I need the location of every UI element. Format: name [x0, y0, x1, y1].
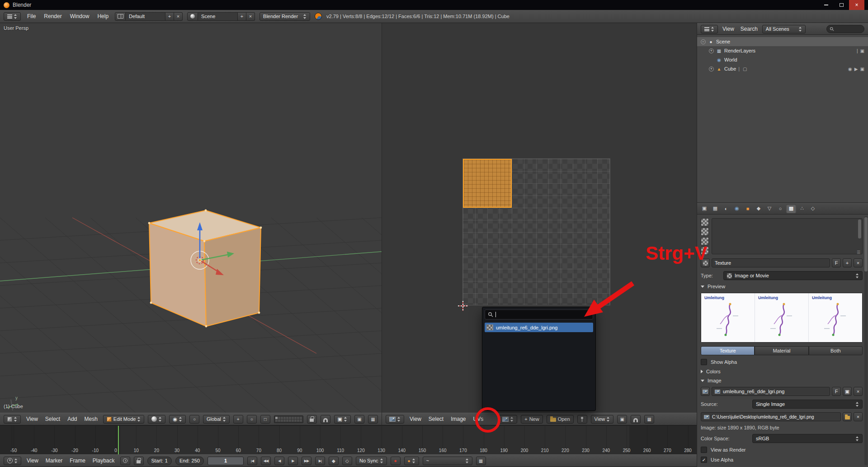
keying-set-field[interactable]: ~	[423, 457, 472, 465]
jump-to-start-button[interactable]: |◀	[247, 457, 257, 465]
layout-delete-button[interactable]: ×	[174, 12, 183, 21]
fake-user-button[interactable]: F	[832, 258, 841, 267]
image-browse-button[interactable]	[701, 387, 710, 396]
keying-set-icon[interactable]: ◆	[329, 457, 339, 465]
preview-material-button[interactable]: Material	[755, 346, 808, 355]
expand-icon[interactable]: +	[709, 48, 714, 53]
jump-prev-keyframe-button[interactable]: ◀◀	[261, 457, 271, 465]
outliner-item-cube[interactable]: + ▲ Cube | ▢ ◉ ▶ ▣	[697, 64, 868, 73]
lock-icon[interactable]	[307, 415, 317, 424]
resize-grip[interactable]: ☰	[857, 250, 861, 255]
maximize-button[interactable]	[834, 0, 849, 10]
menu-marker[interactable]: Marker	[44, 457, 64, 465]
current-frame-indicator[interactable]	[118, 426, 119, 454]
layers-widget[interactable]	[274, 415, 303, 423]
colors-panel-header[interactable]: Colors	[701, 369, 863, 374]
menu-image[interactable]: Image	[449, 415, 467, 423]
editor-type-button[interactable]	[4, 457, 21, 465]
use-alpha-checkbox[interactable]: ✓	[701, 457, 707, 463]
outliner-item-renderlayers[interactable]: + ▦ RenderLayers |▣	[697, 46, 868, 55]
scene-browse-button[interactable]	[187, 12, 198, 21]
editor-type-button[interactable]	[4, 415, 21, 424]
colorspace-select[interactable]: sRGB	[752, 434, 863, 443]
tab-particles-icon[interactable]: ∴	[797, 204, 807, 213]
unlink-texture-button[interactable]: ×	[854, 258, 863, 267]
tab-modifiers-icon[interactable]: ◆	[754, 204, 764, 213]
jump-next-keyframe-button[interactable]: ▶▶	[302, 457, 311, 465]
uv-face[interactable]	[463, 159, 512, 208]
preview-both-button[interactable]: Both	[809, 346, 863, 355]
pack-image-button[interactable]: ▣	[843, 387, 852, 396]
outliner-search-field[interactable]	[826, 25, 864, 33]
timeline-ruler[interactable]: -50-40-30-20-100102030405060708090100110…	[0, 425, 697, 454]
outliner-filter-select[interactable]: All Scenes	[762, 25, 806, 33]
image-new-button[interactable]: +New	[521, 415, 542, 424]
tab-scene-icon[interactable]: ◐	[721, 204, 731, 213]
close-button[interactable]: ×	[849, 0, 864, 10]
viewport-shading-select[interactable]	[148, 415, 165, 424]
scene-name-field[interactable]: Scene	[198, 12, 238, 21]
tab-object-icon[interactable]: ■	[743, 204, 753, 213]
image-name-field[interactable]: umleitung_re6_dde_lgri.png	[712, 387, 830, 396]
frame-end-field[interactable]: End: 250	[175, 457, 204, 465]
texture-slot-list[interactable]: ☰	[712, 218, 863, 254]
texture-type-select[interactable]: Image or Movie	[723, 271, 863, 280]
show-alpha-checkbox[interactable]	[701, 359, 707, 365]
texture-slot-icon[interactable]	[701, 237, 709, 245]
tab-texture-icon[interactable]: ▩	[786, 204, 796, 213]
tab-object-data-icon[interactable]: ▽	[764, 204, 774, 213]
proportional-edit-button[interactable]: ○	[189, 415, 199, 424]
scale-manipulator-icon[interactable]: □	[260, 415, 270, 424]
menu-window[interactable]: Window	[68, 12, 91, 20]
current-frame-field[interactable]: 1	[208, 457, 244, 465]
tab-render-icon[interactable]: ▣	[699, 204, 709, 213]
sync-mode-select[interactable]: No Sync	[356, 457, 387, 465]
menu-search[interactable]: Search	[739, 25, 760, 33]
source-select[interactable]: Single Image	[752, 400, 863, 409]
layout-browse-button[interactable]	[115, 12, 126, 21]
pivot-point-select[interactable]: ◉	[169, 415, 186, 424]
menu-playback[interactable]: Playback	[91, 457, 117, 465]
filepath-field[interactable]: C:\Users\julie\Desktop\umleitung_re6_dde…	[701, 412, 841, 421]
menu-uvs[interactable]: UVs	[472, 415, 486, 423]
unlink-image-button[interactable]: ×	[854, 387, 863, 396]
list-scrollbar[interactable]	[858, 219, 861, 238]
frame-start-field[interactable]: Start: 1	[147, 457, 172, 465]
render-anim-icon[interactable]: ▦	[368, 415, 378, 424]
uv-2d-cursor[interactable]	[458, 301, 468, 311]
renderability-camera-icon[interactable]: ▣	[860, 67, 864, 71]
timeline-extra-icon[interactable]: ▦	[476, 457, 486, 465]
texture-browse-button[interactable]	[701, 258, 710, 267]
translate-manipulator-icon[interactable]: +	[233, 415, 243, 424]
menu-render[interactable]: Render	[42, 12, 63, 20]
uv-sync-icon[interactable]: ▣	[617, 415, 627, 424]
preview-range-icon[interactable]	[120, 457, 130, 465]
layout-name-field[interactable]: Default	[126, 12, 165, 21]
tab-physics-icon[interactable]: ◇	[808, 204, 818, 213]
keyframe-insert-icon[interactable]: ◇	[342, 457, 352, 465]
file-browse-button[interactable]	[843, 412, 852, 421]
menu-view[interactable]: View	[721, 25, 736, 33]
menu-mesh[interactable]: Mesh	[83, 415, 99, 423]
viewport-3d[interactable]: y User Persp (1) Cube View Select Add Me…	[0, 23, 382, 425]
preview-panel-header[interactable]: Preview	[701, 284, 863, 289]
menu-select[interactable]: Select	[427, 415, 445, 423]
preview-texture-button[interactable]: Texture	[701, 346, 755, 355]
auto-keyframe-select[interactable]: ●	[404, 457, 419, 465]
layout-add-button[interactable]: +	[165, 12, 174, 21]
play-reverse-button[interactable]: ◀	[274, 457, 284, 465]
view-as-render-checkbox[interactable]	[701, 447, 707, 453]
texture-slot-icon[interactable]	[701, 228, 709, 236]
menu-frame[interactable]: Frame	[68, 457, 87, 465]
visibility-eye-icon[interactable]: ◉	[848, 67, 852, 71]
outliner-item-world[interactable]: ◉ World	[697, 55, 868, 64]
render-opengl-icon[interactable]: ▣	[354, 415, 364, 424]
snap-magnet-icon[interactable]	[321, 415, 330, 424]
collapse-icon[interactable]: −	[701, 39, 706, 44]
editor-type-button[interactable]	[386, 415, 404, 424]
uv-snap-icon[interactable]	[631, 415, 641, 424]
play-button[interactable]: ▶	[288, 457, 298, 465]
rotate-manipulator-icon[interactable]: ○	[247, 415, 257, 424]
snap-element-select[interactable]: ▣	[334, 415, 351, 424]
menu-view[interactable]: View	[24, 415, 40, 423]
